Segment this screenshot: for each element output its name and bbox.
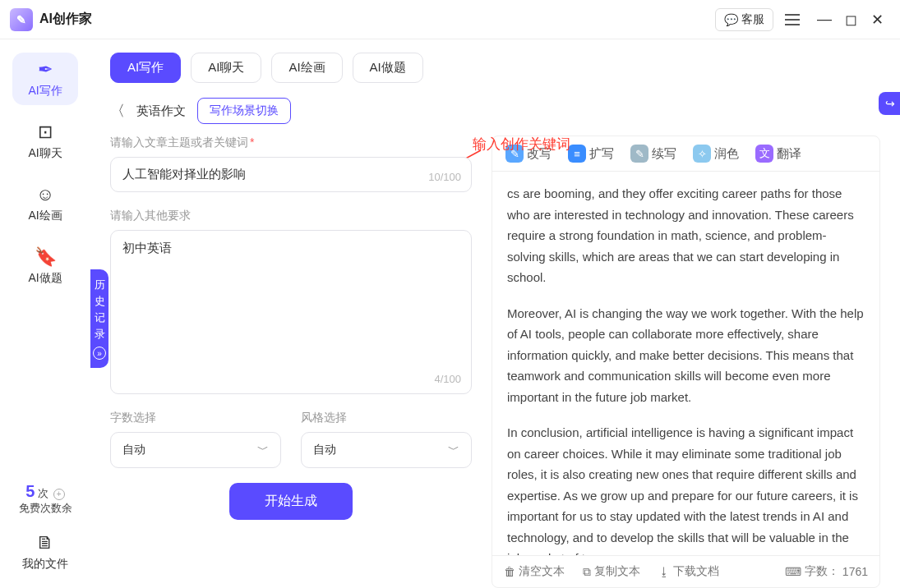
action-strip: ✎改写 ≡扩写 ✎续写 ✧润色 文翻译 <box>492 136 879 172</box>
generate-button[interactable]: 开始生成 <box>229 483 353 520</box>
sidebar-item-draw[interactable]: ☺ AI绘画 <box>12 177 78 230</box>
app-title: AI创作家 <box>39 11 92 28</box>
output-footer: 🗑清空文本 ⧉复制文本 ⭳下载文档 ⌨字数：1761 <box>492 555 879 587</box>
other-counter: 4/100 <box>434 373 461 385</box>
rewrite-button[interactable]: ✎改写 <box>505 145 552 163</box>
download-button[interactable]: ⭳下载文档 <box>658 564 719 579</box>
history-char: 记 <box>95 310 105 325</box>
app-logo: ✎ <box>10 8 33 31</box>
wordcount-value: 自动 <box>122 443 145 457</box>
sidebar-item-label: AI做题 <box>28 271 62 286</box>
cs-label: 客服 <box>741 12 764 27</box>
style-select[interactable]: 自动 ﹀ <box>301 432 472 468</box>
topic-field-box: 10/100 <box>110 157 472 192</box>
form-panel: 请输入文章主题或者关键词* 10/100 请输入其他要求 初中英语 4/100 … <box>110 136 472 588</box>
chevron-down-icon: ﹀ <box>448 443 459 457</box>
tab-write[interactable]: AI写作 <box>110 53 181 83</box>
other-field-box: 初中英语 4/100 <box>110 230 472 394</box>
bookmark-icon: 🔖 <box>35 246 57 268</box>
wordcount-display: ⌨字数：1761 <box>785 564 868 579</box>
other-input[interactable]: 初中英语 <box>122 241 459 372</box>
expand-icon: ≡ <box>568 145 586 163</box>
style-value: 自动 <box>313 443 336 457</box>
minimize-button[interactable]: — <box>811 11 838 28</box>
topic-label-row: 请输入文章主题或者关键词* <box>110 136 472 150</box>
topic-input[interactable] <box>122 168 459 181</box>
history-char: 录 <box>95 327 105 342</box>
translate-icon: 文 <box>755 145 773 163</box>
translate-button[interactable]: 文翻译 <box>755 145 801 163</box>
required-star: * <box>250 136 254 149</box>
wordcount-label: 字数选择 <box>110 411 281 425</box>
file-icon: 🗎 <box>36 532 54 554</box>
back-icon[interactable]: 〈 <box>110 101 125 121</box>
sidebar: ✒ AI写作 ⊡ AI聊天 ☺ AI绘画 🔖 AI做题 5 次 + 免费次数余 … <box>0 39 90 588</box>
my-files-button[interactable]: 🗎 我的文件 <box>22 532 68 572</box>
history-tab[interactable]: 历 史 记 录 » <box>90 269 108 368</box>
main-area: 历 史 记 录 » ↪ AI写作 AI聊天 AI绘画 AI做题 〈 英语作文 写… <box>90 39 900 588</box>
quota-unit: 次 <box>38 487 48 499</box>
sidebar-item-label: AI聊天 <box>28 146 62 161</box>
count-icon: ⌨ <box>785 565 801 578</box>
my-files-label: 我的文件 <box>22 557 68 572</box>
clear-button[interactable]: 🗑清空文本 <box>504 564 565 579</box>
chat-bubble-icon: ⊡ <box>38 122 53 143</box>
chevron-right-icon: » <box>93 347 106 360</box>
close-button[interactable]: ✕ <box>864 11 890 29</box>
maximize-button[interactable]: ◻ <box>838 11 864 29</box>
trash-icon: 🗑 <box>504 565 515 578</box>
history-char: 史 <box>95 294 105 309</box>
palette-icon: ☺ <box>36 184 54 205</box>
topic-counter: 10/100 <box>428 171 461 183</box>
quota-box: 5 次 + 免费次数余 <box>19 482 72 516</box>
sidebar-item-chat[interactable]: ⊡ AI聊天 <box>12 115 78 168</box>
forward-button[interactable]: ↪ <box>879 92 900 115</box>
copy-button[interactable]: ⧉复制文本 <box>583 564 640 579</box>
customer-service-button[interactable]: 💬 客服 <box>715 8 773 31</box>
chevron-down-icon: ﹀ <box>257 443 269 457</box>
sub-nav: 〈 英语作文 写作场景切换 <box>110 98 880 124</box>
sidebar-item-homework[interactable]: 🔖 AI做题 <box>12 240 78 292</box>
chat-icon: 💬 <box>724 13 738 26</box>
top-tabs: AI写作 AI聊天 AI绘画 AI做题 <box>110 53 880 83</box>
scene-switch-button[interactable]: 写作场景切换 <box>197 98 291 124</box>
output-panel: ✎改写 ≡扩写 ✎续写 ✧润色 文翻译 cs are booming, and … <box>492 136 880 588</box>
quota-sub: 免费次数余 <box>19 501 72 516</box>
tab-homework[interactable]: AI做题 <box>353 53 423 83</box>
polish-icon: ✧ <box>693 145 711 163</box>
topic-label: 请输入文章主题或者关键词 <box>110 136 248 149</box>
pen-icon: ✒ <box>38 59 53 80</box>
quota-number: 5 <box>25 482 35 500</box>
menu-icon[interactable] <box>785 14 800 25</box>
style-label: 风格选择 <box>301 411 472 425</box>
tab-chat[interactable]: AI聊天 <box>191 53 261 83</box>
breadcrumb: 英语作文 <box>136 103 186 119</box>
plus-icon[interactable]: + <box>53 489 65 500</box>
output-paragraph: Moreover, AI is changing the way we work… <box>507 303 865 408</box>
output-paragraph: cs are booming, and they offer exciting … <box>507 183 865 288</box>
sidebar-item-label: AI绘画 <box>28 209 62 223</box>
copy-icon: ⧉ <box>583 565 591 579</box>
wordcount-select[interactable]: 自动 ﹀ <box>110 432 281 468</box>
history-char: 历 <box>95 278 105 292</box>
expand-button[interactable]: ≡扩写 <box>568 145 614 163</box>
continue-button[interactable]: ✎续写 <box>630 145 676 163</box>
output-text[interactable]: cs are booming, and they offer exciting … <box>492 172 879 555</box>
rewrite-icon: ✎ <box>505 145 524 163</box>
sidebar-item-label: AI写作 <box>28 84 62 99</box>
continue-icon: ✎ <box>630 145 648 163</box>
other-label: 请输入其他要求 <box>110 209 472 223</box>
download-icon: ⭳ <box>658 565 670 578</box>
titlebar: ✎ AI创作家 💬 客服 — ◻ ✕ <box>0 0 900 39</box>
sidebar-item-write[interactable]: ✒ AI写作 <box>12 53 78 105</box>
output-paragraph: In conclusion, artificial intelligence i… <box>507 422 865 555</box>
polish-button[interactable]: ✧润色 <box>693 145 739 163</box>
tab-draw[interactable]: AI绘画 <box>271 53 342 83</box>
